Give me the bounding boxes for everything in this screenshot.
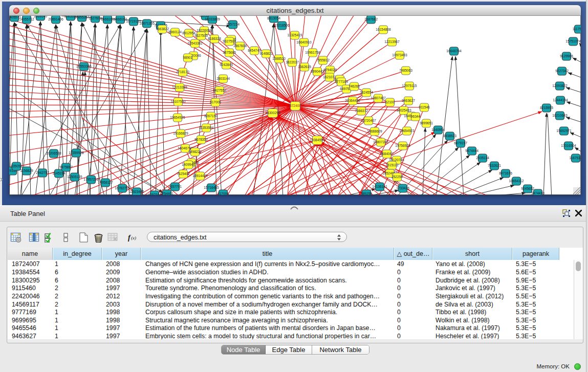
svg-text:8813054: 8813054 xyxy=(267,16,280,20)
svg-text:7357224: 7357224 xyxy=(226,23,239,26)
svg-text:8960124: 8960124 xyxy=(168,30,182,34)
svg-text:1362615: 1362615 xyxy=(298,65,311,69)
svg-text:16648784: 16648784 xyxy=(446,49,462,53)
svg-text:3822037: 3822037 xyxy=(286,60,299,64)
svg-text:7955812: 7955812 xyxy=(316,58,330,62)
svg-text:12505135: 12505135 xyxy=(67,175,82,179)
svg-text:98901: 98901 xyxy=(183,56,193,59)
svg-text:1145194: 1145194 xyxy=(52,171,66,175)
svg-text:5498222: 5498222 xyxy=(188,150,202,154)
svg-text:16782759: 16782759 xyxy=(115,186,130,190)
svg-text:8186328: 8186328 xyxy=(208,37,221,40)
svg-text:1167533: 1167533 xyxy=(569,156,581,160)
svg-text:10688609: 10688609 xyxy=(367,129,382,133)
svg-text:2867608: 2867608 xyxy=(233,44,247,48)
svg-text:19166829: 19166829 xyxy=(173,132,188,135)
svg-text:14136141: 14136141 xyxy=(372,185,387,188)
svg-text:9146821: 9146821 xyxy=(259,52,273,55)
svg-text:10654112: 10654112 xyxy=(509,179,524,183)
svg-text:7485063: 7485063 xyxy=(399,69,412,72)
svg-text:1615112: 1615112 xyxy=(385,163,399,167)
svg-text:14055712: 14055712 xyxy=(19,17,34,21)
svg-text:10973493: 10973493 xyxy=(392,53,407,57)
svg-text:6466162: 6466162 xyxy=(114,17,127,21)
svg-text:9227342: 9227342 xyxy=(555,69,569,73)
svg-text:16914479: 16914479 xyxy=(192,174,208,178)
svg-text:9754401: 9754401 xyxy=(160,192,173,195)
svg-text:7386372: 7386372 xyxy=(355,109,368,113)
svg-text:2718170: 2718170 xyxy=(176,70,189,74)
svg-text:2935114: 2935114 xyxy=(476,156,489,160)
svg-text:16154808: 16154808 xyxy=(376,28,391,31)
svg-text:1621072: 1621072 xyxy=(323,75,336,79)
svg-text:817004: 817004 xyxy=(217,192,229,195)
svg-text:9777169: 9777169 xyxy=(335,80,348,83)
svg-text:6466160: 6466160 xyxy=(101,17,114,21)
svg-text:18807249: 18807249 xyxy=(373,140,388,144)
svg-text:9129966: 9129966 xyxy=(560,54,573,58)
svg-text:3875685: 3875685 xyxy=(223,51,236,54)
svg-text:17957223: 17957223 xyxy=(83,178,99,181)
svg-text:15716485: 15716485 xyxy=(204,186,219,189)
svg-text:3824554: 3824554 xyxy=(360,91,373,94)
svg-text:1156829: 1156829 xyxy=(20,169,33,172)
svg-text:9474410: 9474410 xyxy=(531,191,545,195)
svg-text:10025433: 10025433 xyxy=(396,108,411,112)
svg-text:7663822: 7663822 xyxy=(156,27,169,31)
svg-text:252254: 252254 xyxy=(391,175,403,179)
svg-text:1409948: 1409948 xyxy=(182,163,195,166)
svg-text:96344: 96344 xyxy=(411,115,421,118)
svg-text:16107550: 16107550 xyxy=(170,100,186,103)
svg-text:18300295: 18300295 xyxy=(265,111,280,115)
svg-text:9327508: 9327508 xyxy=(223,39,236,43)
svg-text:10855267: 10855267 xyxy=(74,16,90,19)
svg-text:20691406: 20691406 xyxy=(48,17,63,21)
svg-text:2069140: 2069140 xyxy=(34,16,47,18)
svg-text:15751074: 15751074 xyxy=(565,39,581,43)
svg-text:7625402: 7625402 xyxy=(177,172,190,176)
svg-text:8938923: 8938923 xyxy=(443,134,456,138)
svg-text:16033809: 16033809 xyxy=(205,17,220,21)
svg-text:19654923: 19654923 xyxy=(399,129,415,133)
svg-text:11923445: 11923445 xyxy=(129,190,144,193)
svg-text:9657791: 9657791 xyxy=(168,185,182,188)
svg-text:16210643: 16210643 xyxy=(552,114,568,117)
svg-text:17016504: 17016504 xyxy=(561,144,576,147)
svg-text:18724007: 18724007 xyxy=(288,104,303,107)
svg-text:19384554: 19384554 xyxy=(310,138,325,142)
svg-text:9242845: 9242845 xyxy=(220,63,233,67)
svg-text:9327505: 9327505 xyxy=(194,34,208,37)
svg-text:1292344: 1292344 xyxy=(148,193,161,195)
svg-text:1527602: 1527602 xyxy=(89,16,102,20)
svg-text:1117534: 1117534 xyxy=(573,27,581,31)
svg-text:6794028: 6794028 xyxy=(323,68,337,72)
svg-text:15692971: 15692971 xyxy=(556,129,572,133)
svg-text:7632621: 7632621 xyxy=(488,164,501,167)
svg-text:835051: 835051 xyxy=(11,164,22,168)
svg-text:8912954: 8912954 xyxy=(182,31,195,35)
svg-text:16671355: 16671355 xyxy=(139,21,155,25)
svg-text:19756928: 19756928 xyxy=(395,144,410,147)
svg-text:19218506: 19218506 xyxy=(274,24,290,27)
svg-text:11325419: 11325419 xyxy=(288,33,302,37)
svg-text:10807487: 10807487 xyxy=(371,96,386,100)
svg-text:817006: 817006 xyxy=(210,100,221,104)
svg-text:20553346: 20553346 xyxy=(76,64,92,68)
svg-text:62100: 62100 xyxy=(385,100,395,104)
svg-text:6879197: 6879197 xyxy=(454,141,467,145)
svg-text:12975115: 12975115 xyxy=(402,84,417,87)
svg-text:(x): (x) xyxy=(131,235,136,240)
svg-text:8678352: 8678352 xyxy=(194,138,208,141)
svg-text:20364436: 20364436 xyxy=(345,99,360,102)
svg-text:16640910: 16640910 xyxy=(296,40,312,44)
svg-text:1640954: 1640954 xyxy=(431,128,445,132)
svg-text:12213967: 12213967 xyxy=(384,40,400,43)
svg-text:8215955: 8215955 xyxy=(540,106,553,110)
svg-text:12213389: 12213389 xyxy=(172,85,187,89)
svg-text:8471676: 8471676 xyxy=(499,171,512,175)
svg-text:9975887: 9975887 xyxy=(59,165,73,169)
svg-text:2803144: 2803144 xyxy=(216,77,230,80)
svg-text:9474444: 9474444 xyxy=(465,149,478,152)
svg-text:11353594: 11353594 xyxy=(199,126,214,129)
svg-text:9245652: 9245652 xyxy=(521,187,534,190)
